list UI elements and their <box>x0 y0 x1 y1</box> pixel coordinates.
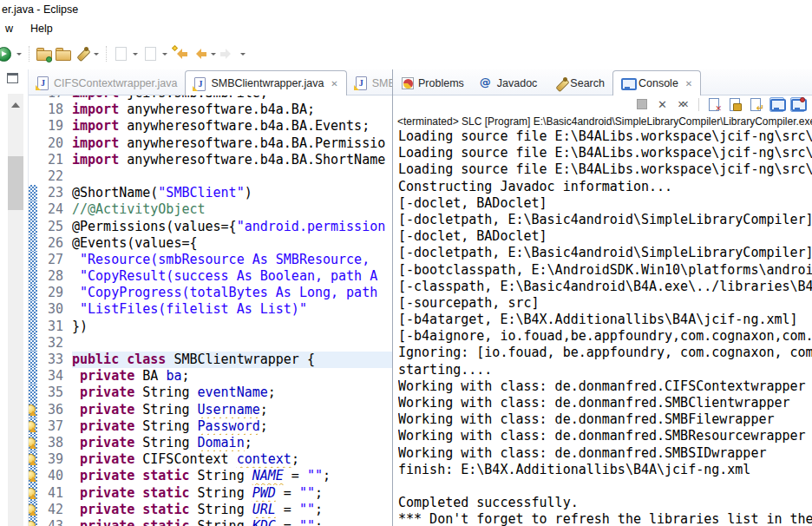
token: import <box>72 118 119 134</box>
console-line: [-docletpath, E:\Basic4android\SimpleLib… <box>398 245 812 261</box>
warning-icon[interactable] <box>29 421 36 432</box>
code-text: @ShortName("SMBClient") <box>72 185 392 201</box>
token: anywheresoftware.b4a.BA.Permissio <box>119 135 385 151</box>
token: ; <box>291 451 299 467</box>
token: String <box>134 385 197 400</box>
code-line: 43 private static String KDC = ""; <box>29 518 392 526</box>
close-tab-icon[interactable]: ✕ <box>331 79 337 89</box>
annotation-ruler <box>29 451 37 468</box>
show-stdout-button[interactable] <box>769 97 784 112</box>
show-stderr-button[interactable] <box>790 97 805 112</box>
line-number: 34 <box>44 368 72 385</box>
token: jcifs.smb.SmbFile; <box>119 95 268 101</box>
tab-label: CIFSContextwrapper.java <box>54 77 177 89</box>
code-line: 36 private String Username; <box>29 402 392 418</box>
console-line <box>398 478 812 495</box>
dropdown-caret-icon[interactable] <box>211 53 216 58</box>
word-wrap-button[interactable] <box>749 97 763 112</box>
view-tab-search[interactable]: Search <box>545 71 612 95</box>
code-text: private static String KDC = ""; <box>72 518 392 526</box>
close-tab-icon[interactable]: ✕ <box>685 79 692 89</box>
toolbar-separator <box>106 46 107 62</box>
token: ; <box>315 502 323 517</box>
token: NAME <box>252 468 284 483</box>
warning-icon[interactable] <box>29 404 36 416</box>
token: URL <box>252 502 276 517</box>
remove-launch-button[interactable] <box>655 97 670 112</box>
editor-tab-smbclientwrapper-java[interactable]: SMBClientwrapper.java✕ <box>185 70 346 95</box>
token: anywheresoftware.b4a.BA.Events; <box>119 118 370 134</box>
scroll-lock-button[interactable] <box>728 97 743 112</box>
line-number: 42 <box>44 502 72 518</box>
annotation-ruler <box>29 285 37 301</box>
token: context <box>237 451 291 467</box>
console-process-label: <terminated> SLC [Program] E:\Basic4andr… <box>393 113 812 128</box>
restore-view-icon[interactable] <box>7 73 18 83</box>
left-vertical-scrollbar[interactable] <box>8 94 23 526</box>
annotation-ruler <box>29 95 44 102</box>
code-text: }) <box>72 319 392 335</box>
code-editor-surface[interactable]: 17import jcifs.smb.SmbFile;18import anyw… <box>29 95 392 526</box>
code-text: private String Password; <box>72 418 392 435</box>
line-number: 26 <box>44 235 72 252</box>
console-line: Working with class: de.donmanfred.SMBFil… <box>398 411 812 428</box>
menu-item-w[interactable]: w <box>3 21 16 36</box>
external-tools-run-button[interactable] <box>0 43 14 64</box>
view-tab-problems[interactable]: Problems <box>393 71 472 95</box>
scrollbar-up-arrow-icon[interactable] <box>11 98 20 108</box>
error-dot-icon <box>800 97 805 102</box>
token: ba <box>166 368 181 384</box>
token: ; <box>323 468 331 483</box>
dropdown-caret-icon[interactable] <box>240 53 246 58</box>
console-line: *** Don't forget to refresh the librarie… <box>398 511 812 526</box>
page-previous-annotation-icon <box>142 46 158 62</box>
tab-label: Javadoc <box>497 77 538 89</box>
open-folder-button[interactable] <box>53 43 72 64</box>
warning-icon[interactable] <box>29 521 36 526</box>
annotation-ruler <box>29 468 37 484</box>
console-line: Ignoring: [io.fouad, be.appfoundry, com.… <box>398 345 812 361</box>
import-folder-button[interactable] <box>34 43 53 64</box>
annotation-ruler <box>29 518 37 526</box>
tab-label: Problems <box>418 77 464 89</box>
dropdown-caret-icon[interactable] <box>133 53 138 58</box>
warning-icon[interactable] <box>29 470 36 482</box>
dropdown-caret-icon[interactable] <box>16 53 22 58</box>
remove-all-launches-button[interactable] <box>676 97 691 112</box>
external-tools-run-icon <box>0 46 12 62</box>
scrollbar-thumb[interactable] <box>8 156 23 210</box>
warning-icon[interactable] <box>29 437 36 449</box>
editor-tab-smbfil[interactable]: SMBFil <box>347 71 392 95</box>
annotation-ruler <box>29 219 37 235</box>
dropdown-caret-icon[interactable] <box>162 53 167 58</box>
line-number: 37 <box>44 418 72 435</box>
code-line: 35 private String eventName; <box>29 385 392 401</box>
back-button[interactable] <box>189 43 208 64</box>
token <box>72 435 80 450</box>
token: String <box>134 402 197 418</box>
code-text: private BA ba; <box>72 368 392 385</box>
warning-icon[interactable] <box>29 504 36 516</box>
console-output[interactable]: Loading source file E:\B4ALibs.workspace… <box>393 128 812 526</box>
menu-item-help[interactable]: Help <box>28 21 56 36</box>
token: BA <box>134 368 166 384</box>
last-edit-location-button[interactable] <box>170 43 189 64</box>
dropdown-caret-icon[interactable] <box>94 53 99 58</box>
code-line: 24//@ActivityObject <box>29 201 392 218</box>
code-line: 33public class SMBClientwrapper { <box>29 352 392 368</box>
search-wand-button[interactable] <box>72 43 91 64</box>
token: SMBClientwrapper { <box>166 352 315 367</box>
token: ; <box>181 368 189 384</box>
editor-tab-cifscontextwrapper-java[interactable]: CIFSContextwrapper.java <box>29 71 185 95</box>
clear-console-button[interactable] <box>707 97 722 112</box>
next-annotation-button <box>111 43 130 64</box>
back-icon <box>191 48 206 60</box>
warning-icon[interactable] <box>29 454 36 465</box>
code-line: 40 private static String NAME = ""; <box>29 468 392 484</box>
view-tab-console[interactable]: Console✕ <box>612 70 701 95</box>
view-tab-javadoc[interactable]: Javadoc <box>472 71 546 95</box>
annotation-ruler <box>29 385 37 401</box>
code-line: 28 "CopyResult(success As Boolean, path … <box>29 268 392 285</box>
warning-icon[interactable] <box>29 488 36 499</box>
line-number: 41 <box>44 485 72 502</box>
